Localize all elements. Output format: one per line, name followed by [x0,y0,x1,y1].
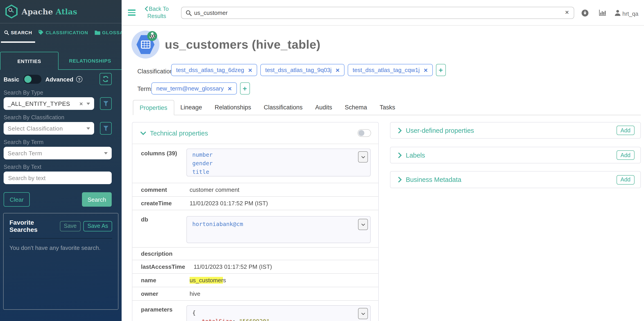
tab-properties[interactable]: Properties [133,100,174,115]
search-match-highlight: us_customer [190,277,223,284]
search-by-term-select[interactable]: Search Term [4,147,112,159]
properties-toggle[interactable] [358,129,371,137]
advanced-label: Advanced [45,76,73,82]
tab-classifications[interactable]: Classifications [257,100,309,115]
user-defined-properties-panel[interactable]: User-defined properties Add [390,122,641,139]
global-search-box: × [181,7,574,19]
download-circle-icon[interactable] [582,10,588,17]
labels-panel[interactable]: Labels Add [390,147,641,164]
db-value-box: hortoniabank@cm [186,216,371,243]
type-clear-icon[interactable]: × [80,100,83,107]
app-logo[interactable]: Apache Atlas [0,0,122,24]
favorites-divider [10,238,112,238]
classification-chip[interactable]: test_dss_atlas_tag_6dzeg× [171,64,257,76]
property-row-comment: comment customer comment [132,183,378,197]
expand-columns-button[interactable] [358,151,368,162]
classification-filter-button[interactable] [100,122,112,134]
caret-down-icon [104,152,108,154]
basic-advanced-toggle[interactable] [23,75,41,84]
save-as-button[interactable]: Save As [83,221,112,231]
technical-properties-card: Technical properties columns (39) number… [132,122,379,321]
classification-chip-label: test_dss_atlas_tag_9q03j [265,67,332,74]
column-link[interactable]: gender [192,159,365,168]
clear-button[interactable]: Clear [4,192,30,207]
add-label-button[interactable]: Add [616,150,635,160]
column-link[interactable]: number [192,150,365,159]
tab-lineage[interactable]: Lineage [174,100,208,115]
caret-down-icon [86,127,90,130]
classification-select-placeholder: Select Classification [8,125,86,132]
expand-db-button[interactable] [358,219,368,230]
add-classification-button[interactable]: + [436,64,446,76]
business-metadata-panel[interactable]: Business Metadata Add [390,171,641,188]
back-to-results-link[interactable]: Back To Results [140,6,173,20]
tab-relationships[interactable]: RELATIONSHIPS [58,52,122,70]
remove-term-icon[interactable]: × [228,85,232,92]
expand-parameters-button[interactable] [358,308,368,319]
search-by-classification-select[interactable]: Select Classification [4,122,94,134]
db-link[interactable]: hortoniabank@cm [192,220,365,228]
tab-tasks[interactable]: Tasks [373,100,402,115]
app-title: Apache Atlas [22,7,77,16]
classification-chip-label: test_dss_atlas_tag_6dzeg [176,67,244,74]
search-filters-form: Basic Advanced ? Search By Type _ALL_ENT… [0,70,122,207]
classification-chip[interactable]: test_dss_atlas_tag_9q03j× [260,64,344,76]
property-row-createtime: createTime 11/01/2023 01:17:52 PM (IST) [132,197,378,210]
terms-row: new_term@new_glossary× + [151,82,250,94]
search-by-classification-label: Search By Classification [4,114,112,121]
user-icon[interactable] [614,10,621,16]
tab-schema[interactable]: Schema [338,100,373,115]
nav-label-classification: CLASSIFICATION [46,30,88,35]
remove-classification-icon[interactable]: × [424,67,428,74]
search-by-text-input[interactable] [4,172,112,184]
tab-relationships[interactable]: Relationships [208,100,257,115]
term-chip[interactable]: new_term@new_glossary× [151,82,237,94]
nav-item-search[interactable]: SEARCH [1,24,35,43]
tab-divider [58,69,122,70]
question-circle-icon[interactable]: ? [76,76,82,82]
sidebar: Apache Atlas SEARCH CLASSIFICATION GLOSS… [0,0,122,321]
caret-down-icon [86,102,90,105]
classification-chip[interactable]: test_dss_atlas_tag_cqw1j× [348,64,432,76]
refresh-icon [102,76,109,82]
save-button[interactable]: Save [60,221,80,231]
add-business-metadata-button[interactable]: Add [616,175,635,184]
chevron-down-icon [361,312,365,315]
property-key: parameters [132,301,181,321]
property-key: columns (39) [132,144,181,183]
chevron-right-icon [398,177,402,182]
column-link[interactable]: title [192,168,365,176]
json-open-brace: { [192,308,365,317]
search-button[interactable]: Search [82,192,112,207]
basic-label: Basic [4,76,19,82]
property-value: us_customers [181,277,226,284]
menu-icon[interactable] [128,10,136,17]
remove-classification-icon[interactable]: × [248,67,252,74]
back-to-results-label: Back To Results [147,6,169,19]
add-user-defined-property-button[interactable]: Add [616,126,635,135]
type-filter-button[interactable] [100,97,112,110]
tab-entities[interactable]: ENTITIES [0,52,58,70]
search-by-type-select[interactable]: _ALL_ENTITY_TYPES × [4,97,94,110]
app-title-primary: Apache [22,7,53,16]
property-key: name [132,277,181,284]
refresh-button[interactable] [100,73,112,85]
name-suffix: s [223,277,226,284]
entity-tabs: Properties Lineage Relationships Classif… [133,100,641,115]
folder-icon [94,30,100,35]
sidebar-tabs: ENTITIES RELATIONSHIPS [0,52,122,70]
app-title-secondary: Atlas [56,7,77,16]
username[interactable]: hrt_qa [622,11,638,17]
favorite-searches-title: Favorite Searches [10,219,60,233]
tab-audits[interactable]: Audits [309,100,338,115]
technical-properties-header[interactable]: Technical properties [132,122,378,144]
bar-chart-icon[interactable] [599,10,606,16]
add-term-button[interactable]: + [240,82,250,94]
property-value: hive [181,290,200,297]
nav-item-classification[interactable]: CLASSIFICATION [35,24,92,43]
remove-classification-icon[interactable]: × [336,67,340,74]
chevron-right-icon [398,128,402,133]
global-search-input[interactable] [194,7,554,18]
search-clear-icon[interactable]: × [565,8,569,16]
columns-value-box: number gender title [186,148,371,176]
